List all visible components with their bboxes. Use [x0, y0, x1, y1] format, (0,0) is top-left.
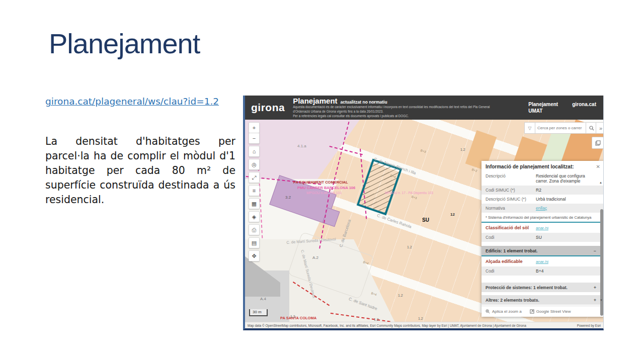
- row-value: Residencial que configura carrer. Zona d…: [536, 173, 600, 184]
- home-button[interactable]: ⌂: [249, 146, 260, 157]
- disclaimer-line-1: Aquesta documentació és de caràcter excl…: [293, 105, 494, 114]
- map-label: 3.2: [285, 195, 291, 200]
- row-label: Descripció: [486, 173, 536, 178]
- panel-row: Codi SIMUC (*) R2: [481, 186, 603, 195]
- page-title: Planejament: [49, 28, 200, 59]
- legend-button[interactable]: ≡: [249, 185, 260, 196]
- map-label: A.2: [312, 255, 318, 260]
- map-toolbar: +−⌂◎⤢≡▦◈⎙▤✥: [249, 122, 260, 261]
- section-header-label: Edificis: 1 element trobat.: [486, 248, 537, 253]
- row-label: Normativa: [486, 206, 536, 211]
- panel-row: Descripció SIMUC (*) Urbà tradicional: [481, 195, 603, 204]
- section-header-altres[interactable]: Altres: 2 elements trobats. +: [481, 295, 603, 305]
- locate-button[interactable]: ◎: [249, 159, 260, 170]
- row-label: Codi: [486, 235, 536, 240]
- header-app-name: Planejament: [528, 101, 558, 108]
- normativa-link[interactable]: enllaç: [536, 206, 600, 211]
- map-label: 1.2: [407, 245, 412, 249]
- presentation-slide: Planejament girona.cat/plageneral/ws/cla…: [0, 0, 644, 362]
- attribution-text: Map data © OpenStreetMap contributors, M…: [248, 324, 526, 327]
- zoom-out-button[interactable]: −: [249, 133, 260, 144]
- header-app-name-2: UMAT: [528, 108, 558, 114]
- app-header: girona Planejament actualitzat no normat…: [245, 96, 603, 120]
- zone-label: PA EQUIPAMENT COMERCIAL: [293, 180, 348, 185]
- section-classificacio: Classificació del sòl anar-hi Codi SU: [481, 222, 603, 242]
- section-header-label: Altres: 2 elements trobats.: [486, 298, 539, 303]
- zone-label: MPGOU n. 17 - PA Dispentiu 103: [385, 191, 433, 195]
- map-label: A.4: [260, 297, 266, 301]
- scale-bar: 30 m: [249, 309, 268, 316]
- street-view-label: Google Street View: [536, 309, 571, 314]
- section-title: Classificació del sòl: [486, 225, 536, 230]
- street-view-button[interactable]: Google Street View: [530, 309, 571, 314]
- zoom-in-button[interactable]: +: [249, 122, 260, 133]
- expand-icon[interactable]: +: [594, 298, 600, 303]
- row-value: R2: [536, 188, 600, 193]
- section-title: Alçada edificable: [486, 259, 536, 264]
- panel-row: Descripció Residencial que configura car…: [481, 171, 603, 186]
- close-icon[interactable]: ✕: [593, 164, 600, 169]
- apply-zoom-button[interactable]: Aplica el zoom a: [486, 309, 522, 314]
- search-input[interactable]: [535, 122, 586, 134]
- row-label: Codi SIMUC (*): [486, 188, 536, 193]
- zone-label: PA SANTA COLOMA: [280, 316, 316, 320]
- section-header-label: Protecció de sistemes: 1 element trobat.: [486, 285, 568, 290]
- row-value: SU: [536, 235, 600, 240]
- panel-footnote: * Sistema d'informació del planejament u…: [481, 213, 603, 222]
- go-to-link[interactable]: anar-hi: [536, 226, 548, 230]
- info-panel: Informació de planejament localitzat: ✕ …: [481, 161, 603, 317]
- expand-icon[interactable]: +: [594, 285, 600, 290]
- section-header-proteccio[interactable]: Protecció de sistemes: 1 element trobat.…: [481, 283, 603, 292]
- zone-label: PMU CARRER BARCELONA 106: [297, 186, 355, 190]
- extent-button[interactable]: ⤢: [249, 172, 260, 183]
- section-alcada: Alçada edificable anar-hi Codi B+4: [481, 255, 603, 276]
- girona-logo: girona: [245, 102, 293, 114]
- map-label: 12: [450, 212, 455, 217]
- app-title: Planejament: [293, 97, 337, 105]
- search-filter-caret-icon[interactable]: ▽: [524, 122, 535, 134]
- scroll-up-icon[interactable]: ▲: [599, 181, 602, 184]
- duplicate-view-button[interactable]: [592, 137, 603, 149]
- panel-row: Normativa enllaç: [481, 204, 603, 213]
- row-label: Codi: [486, 268, 536, 274]
- header-brand: girona.cat: [572, 101, 596, 114]
- map-label: 1.2: [374, 318, 379, 321]
- apply-zoom-label: Aplica el zoom a: [492, 309, 522, 314]
- collapse-icon[interactable]: −: [594, 248, 600, 253]
- measure-button[interactable]: ▤: [249, 237, 260, 248]
- scroll-down-icon[interactable]: ▼: [600, 299, 603, 302]
- header-right: Planejament UMAT girona.cat: [528, 101, 603, 114]
- search-bar: ▽: [524, 122, 597, 134]
- basemap-button[interactable]: ▦: [249, 198, 260, 209]
- zone-label: SU: [422, 217, 429, 223]
- app-subtitle: actualitzat no normatiu: [341, 100, 387, 105]
- body-paragraph: La densitat d'habitatges per parcel·la h…: [45, 134, 235, 207]
- print-button[interactable]: ⎙: [249, 224, 260, 235]
- map-label: 1.2: [398, 294, 403, 297]
- hyperlink[interactable]: girona.cat/plageneral/ws/clau?id=1.2: [45, 96, 219, 107]
- map-label: 1.2: [290, 315, 295, 318]
- pan-button[interactable]: ✥: [249, 250, 260, 261]
- map-label: 1.2: [418, 317, 423, 320]
- row-value: Urbà tradicional: [536, 197, 600, 202]
- panel-footer: Aplica el zoom a Google Street View: [481, 306, 603, 317]
- map-label: 1.2: [460, 148, 465, 151]
- panel-title: Informació de planejament localitzat:: [486, 164, 574, 169]
- disclaimer-line-2: Per a referències legals cal consultar e…: [293, 114, 494, 119]
- zone-label: MPGOU n.46 - PA 101: [306, 191, 342, 195]
- go-to-link[interactable]: anar-hi: [536, 259, 548, 264]
- webapp-screenshot: girona Planejament actualitzat no normat…: [243, 96, 604, 330]
- row-label: Descripció SIMUC (*): [486, 197, 536, 202]
- row-value: B+4: [536, 268, 600, 274]
- map-label: 4.1.a: [297, 144, 306, 148]
- map-attribution: Map data © OpenStreetMap contributors, M…: [245, 322, 603, 328]
- search-expand-button[interactable]: »: [596, 122, 603, 134]
- powered-by-esri: Powered by Esri: [577, 324, 601, 327]
- map-canvas[interactable]: 4.1.aPA EQUIPAMENT COMERCIALPMU CARRER B…: [245, 120, 603, 322]
- header-main: Planejament actualitzat no normatiu Aque…: [293, 97, 528, 118]
- section-header-edificis[interactable]: Edificis: 1 element trobat. −: [481, 246, 603, 255]
- layers-button[interactable]: ◈: [249, 211, 260, 222]
